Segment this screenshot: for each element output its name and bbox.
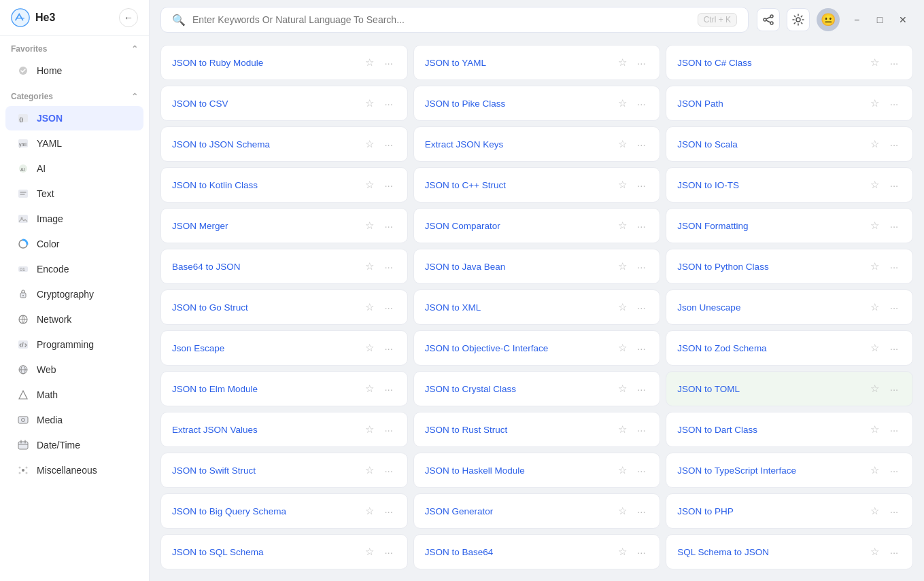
- star-button[interactable]: ☆: [615, 218, 630, 233]
- star-button[interactable]: ☆: [615, 96, 630, 111]
- more-button[interactable]: ···: [887, 544, 902, 559]
- star-button[interactable]: ☆: [615, 55, 630, 70]
- star-button[interactable]: ☆: [868, 504, 883, 518]
- more-button[interactable]: ···: [634, 259, 649, 274]
- tool-card[interactable]: JSON to CSV ☆ ···: [160, 86, 408, 121]
- tool-card[interactable]: JSON to Big Query Schema ☆ ···: [160, 493, 408, 529]
- close-button[interactable]: ✕: [893, 10, 913, 30]
- star-button[interactable]: ☆: [868, 340, 883, 355]
- star-button[interactable]: ☆: [362, 504, 377, 518]
- tool-card[interactable]: JSON to Go Struct ☆ ···: [160, 289, 408, 325]
- more-button[interactable]: ···: [887, 504, 902, 518]
- tool-card[interactable]: JSON Comparator ☆ ···: [413, 208, 661, 243]
- sidebar-item-datetime[interactable]: Date/Time: [5, 433, 143, 457]
- sidebar-item-encode[interactable]: 01 Encode: [5, 257, 143, 281]
- maximize-button[interactable]: □: [870, 10, 890, 30]
- star-button[interactable]: ☆: [868, 422, 883, 437]
- star-button[interactable]: ☆: [868, 544, 883, 559]
- tool-card[interactable]: JSON Formatting ☆ ···: [666, 208, 913, 243]
- sidebar-item-image[interactable]: Image: [5, 207, 143, 231]
- tool-card[interactable]: JSON to Python Class ☆ ···: [666, 249, 913, 284]
- more-button[interactable]: ···: [381, 300, 396, 315]
- more-button[interactable]: ···: [634, 300, 649, 315]
- more-button[interactable]: ···: [887, 218, 902, 233]
- sidebar-item-media[interactable]: Media: [5, 408, 143, 432]
- star-button[interactable]: ☆: [868, 137, 883, 152]
- more-button[interactable]: ···: [887, 55, 902, 70]
- tool-card[interactable]: Base64 to JSON ☆ ···: [160, 249, 408, 284]
- sidebar-item-json[interactable]: {} JSON: [5, 106, 143, 130]
- star-button[interactable]: ☆: [362, 218, 377, 233]
- more-button[interactable]: ···: [634, 218, 649, 233]
- tool-card[interactable]: JSON to Objective-C Interface ☆ ···: [413, 330, 661, 366]
- star-button[interactable]: ☆: [868, 177, 883, 192]
- more-button[interactable]: ···: [634, 463, 649, 478]
- tool-card[interactable]: JSON to Dart Class ☆ ···: [666, 412, 913, 447]
- tool-card[interactable]: JSON to Rust Struct ☆ ···: [413, 412, 661, 447]
- star-button[interactable]: ☆: [615, 340, 630, 355]
- tool-card[interactable]: JSON to JSON Schema ☆ ···: [160, 126, 408, 162]
- more-button[interactable]: ···: [381, 504, 396, 518]
- sidebar-item-web[interactable]: Web: [5, 357, 143, 382]
- more-button[interactable]: ···: [381, 463, 396, 478]
- star-button[interactable]: ☆: [615, 544, 630, 559]
- tool-card[interactable]: Json Escape ☆ ···: [160, 330, 408, 366]
- star-button[interactable]: ☆: [362, 259, 377, 274]
- more-button[interactable]: ···: [887, 381, 902, 396]
- star-button[interactable]: ☆: [362, 381, 377, 396]
- star-button[interactable]: ☆: [362, 55, 377, 70]
- sidebar-item-programming[interactable]: Programming: [5, 332, 143, 357]
- more-button[interactable]: ···: [634, 137, 649, 152]
- more-button[interactable]: ···: [381, 259, 396, 274]
- more-button[interactable]: ···: [381, 544, 396, 559]
- more-button[interactable]: ···: [887, 96, 902, 111]
- star-button[interactable]: ☆: [362, 137, 377, 152]
- star-button[interactable]: ☆: [362, 422, 377, 437]
- share-button[interactable]: [757, 8, 780, 31]
- more-button[interactable]: ···: [634, 55, 649, 70]
- tool-card[interactable]: JSON to Haskell Module ☆ ···: [413, 453, 661, 488]
- tool-card[interactable]: JSON to TOML ☆ ···: [666, 371, 913, 406]
- star-button[interactable]: ☆: [615, 422, 630, 437]
- tool-card[interactable]: JSON to IO-TS ☆ ···: [666, 167, 913, 203]
- sidebar-item-text[interactable]: Text: [5, 181, 143, 206]
- tool-card[interactable]: JSON to C++ Struct ☆ ···: [413, 167, 661, 203]
- tool-card[interactable]: JSON to Zod Schema ☆ ···: [666, 330, 913, 366]
- tool-card[interactable]: JSON to Base64 ☆ ···: [413, 534, 661, 569]
- tool-card[interactable]: JSON to C# Class ☆ ···: [666, 45, 913, 80]
- star-button[interactable]: ☆: [615, 300, 630, 315]
- more-button[interactable]: ···: [634, 422, 649, 437]
- more-button[interactable]: ···: [887, 340, 902, 355]
- more-button[interactable]: ···: [381, 137, 396, 152]
- star-button[interactable]: ☆: [362, 544, 377, 559]
- sidebar-item-yaml[interactable]: yml YAML: [5, 131, 143, 156]
- more-button[interactable]: ···: [887, 177, 902, 192]
- sidebar-item-math[interactable]: Math: [5, 383, 143, 407]
- tool-card[interactable]: JSON to Kotlin Class ☆ ···: [160, 167, 408, 203]
- more-button[interactable]: ···: [634, 504, 649, 518]
- tool-card[interactable]: JSON to Java Bean ☆ ···: [413, 249, 661, 284]
- tool-card[interactable]: Extract JSON Values ☆ ···: [160, 412, 408, 447]
- star-button[interactable]: ☆: [868, 96, 883, 111]
- tool-card[interactable]: SQL Schema to JSON ☆ ···: [666, 534, 913, 569]
- tool-card[interactable]: JSON to Pike Class ☆ ···: [413, 86, 661, 121]
- star-button[interactable]: ☆: [362, 177, 377, 192]
- favorites-chevron[interactable]: ⌃: [131, 44, 138, 54]
- star-button[interactable]: ☆: [615, 463, 630, 478]
- tool-card[interactable]: Extract JSON Keys ☆ ···: [413, 126, 661, 162]
- star-button[interactable]: ☆: [615, 177, 630, 192]
- tool-card[interactable]: JSON Path ☆ ···: [666, 86, 913, 121]
- star-button[interactable]: ☆: [362, 300, 377, 315]
- more-button[interactable]: ···: [634, 340, 649, 355]
- minimize-button[interactable]: −: [846, 10, 867, 30]
- star-button[interactable]: ☆: [615, 259, 630, 274]
- more-button[interactable]: ···: [887, 259, 902, 274]
- more-button[interactable]: ···: [887, 463, 902, 478]
- more-button[interactable]: ···: [634, 544, 649, 559]
- star-button[interactable]: ☆: [868, 55, 883, 70]
- search-input[interactable]: [192, 14, 691, 25]
- star-button[interactable]: ☆: [868, 381, 883, 396]
- more-button[interactable]: ···: [381, 177, 396, 192]
- star-button[interactable]: ☆: [615, 137, 630, 152]
- categories-chevron[interactable]: ⌃: [131, 92, 138, 101]
